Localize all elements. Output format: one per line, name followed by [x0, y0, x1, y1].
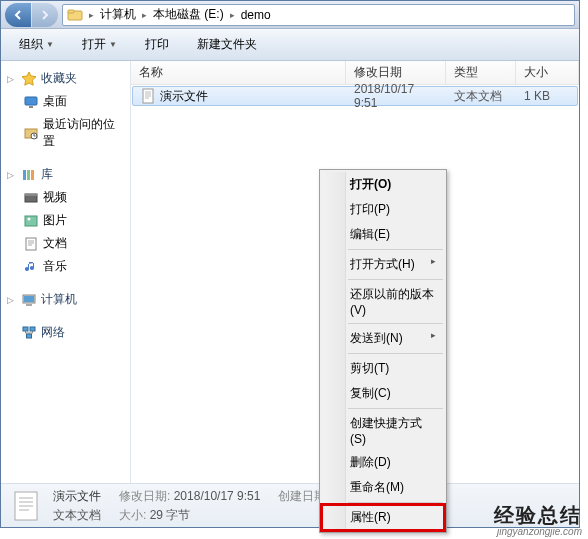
library-icon	[21, 167, 37, 183]
music-icon	[23, 259, 39, 275]
svg-rect-7	[27, 170, 30, 180]
svg-rect-13	[26, 238, 36, 250]
open-button[interactable]: 打开▼	[72, 32, 127, 57]
print-button[interactable]: 打印	[135, 32, 179, 57]
address-bar[interactable]: ▸ 计算机 ▸ 本地磁盘 (E:) ▸ demo	[62, 4, 575, 26]
svg-rect-18	[30, 327, 35, 331]
titlebar: ▸ 计算机 ▸ 本地磁盘 (E:) ▸ demo	[1, 1, 579, 29]
ctx-openwith[interactable]: 打开方式(H)▸	[322, 252, 444, 277]
text-file-icon	[140, 88, 156, 104]
ctx-shortcut[interactable]: 创建快捷方式(S)	[322, 411, 444, 450]
chevron-down-icon: ▼	[109, 40, 117, 49]
status-filename: 演示文件	[53, 488, 101, 505]
document-icon	[23, 236, 39, 252]
sidebar-item-music[interactable]: 音乐	[1, 255, 130, 278]
chevron-down-icon: ▼	[46, 40, 54, 49]
column-type[interactable]: 类型	[446, 61, 516, 84]
sidebar-item-recent[interactable]: 最近访问的位置	[1, 113, 130, 153]
sidebar-item-documents[interactable]: 文档	[1, 232, 130, 255]
file-row[interactable]: 演示文件 2018/10/17 9:51 文本文档 1 KB	[132, 86, 578, 106]
sidebar-computer[interactable]: ▷计算机	[1, 288, 130, 311]
picture-icon	[23, 213, 39, 229]
file-list: 名称 修改日期 类型 大小 演示文件 2018/10/17 9:51 文本文档 …	[131, 61, 579, 483]
star-icon	[21, 71, 37, 87]
new-folder-button[interactable]: 新建文件夹	[187, 32, 267, 57]
text-file-icon	[9, 489, 43, 523]
breadcrumb-folder[interactable]: demo	[237, 5, 275, 25]
chevron-right-icon[interactable]: ▸	[87, 5, 96, 25]
toolbar: 组织▼ 打开▼ 打印 新建文件夹	[1, 29, 579, 61]
sidebar: ▷收藏夹 桌面 最近访问的位置 ▷库 视频 图片 文档 音乐 ▷计算机 网络	[1, 61, 131, 483]
desktop-icon	[23, 94, 39, 110]
sidebar-libraries[interactable]: ▷库	[1, 163, 130, 186]
ctx-edit[interactable]: 编辑(E)	[322, 222, 444, 247]
breadcrumb-drive[interactable]: 本地磁盘 (E:)	[149, 5, 228, 25]
back-button[interactable]	[5, 3, 31, 27]
sidebar-item-desktop[interactable]: 桌面	[1, 90, 130, 113]
ctx-properties[interactable]: 属性(R)	[322, 505, 444, 530]
sidebar-favorites[interactable]: ▷收藏夹	[1, 67, 130, 90]
svg-rect-11	[25, 216, 37, 226]
computer-icon	[21, 292, 37, 308]
svg-rect-19	[27, 334, 32, 338]
chevron-right-icon: ▸	[431, 256, 436, 266]
breadcrumb-computer[interactable]: 计算机	[96, 5, 140, 25]
ctx-copy[interactable]: 复制(C)	[322, 381, 444, 406]
chevron-right-icon[interactable]: ▸	[228, 5, 237, 25]
organize-button[interactable]: 组织▼	[9, 32, 64, 57]
video-icon	[23, 190, 39, 206]
svg-point-12	[28, 217, 31, 220]
ctx-sendto[interactable]: 发送到(N)▸	[322, 326, 444, 351]
forward-button[interactable]	[32, 3, 58, 27]
svg-rect-2	[25, 97, 37, 105]
column-size[interactable]: 大小	[516, 61, 579, 84]
column-date[interactable]: 修改日期	[346, 61, 446, 84]
svg-rect-10	[25, 194, 37, 196]
column-name[interactable]: 名称	[131, 61, 346, 84]
explorer-window: ▸ 计算机 ▸ 本地磁盘 (E:) ▸ demo 组织▼ 打开▼ 打印 新建文件…	[0, 0, 580, 528]
svg-rect-16	[26, 304, 32, 306]
ctx-separator	[348, 408, 443, 409]
status-bar: 演示文件 修改日期: 2018/10/17 9:51 创建日期: 2018/10…	[1, 483, 579, 527]
sidebar-item-videos[interactable]: 视频	[1, 186, 130, 209]
folder-icon	[67, 7, 83, 23]
chevron-right-icon: ▸	[431, 330, 436, 340]
ctx-separator	[348, 353, 443, 354]
ctx-cut[interactable]: 剪切(T)	[322, 356, 444, 381]
network-icon	[21, 325, 37, 341]
ctx-separator	[348, 323, 443, 324]
ctx-delete[interactable]: 删除(D)	[322, 450, 444, 475]
ctx-open[interactable]: 打开(O)	[322, 172, 444, 197]
ctx-rename[interactable]: 重命名(M)	[322, 475, 444, 500]
sidebar-network[interactable]: 网络	[1, 321, 130, 344]
svg-rect-1	[68, 10, 74, 13]
svg-rect-3	[29, 106, 33, 108]
ctx-separator	[348, 279, 443, 280]
recent-icon	[23, 125, 39, 141]
svg-rect-8	[31, 170, 34, 180]
context-menu: 打开(O) 打印(P) 编辑(E) 打开方式(H)▸ 还原以前的版本(V) 发送…	[319, 169, 447, 533]
chevron-right-icon[interactable]: ▸	[140, 5, 149, 25]
body: ▷收藏夹 桌面 最近访问的位置 ▷库 视频 图片 文档 音乐 ▷计算机 网络 名…	[1, 61, 579, 483]
ctx-restore[interactable]: 还原以前的版本(V)	[322, 282, 444, 321]
ctx-separator	[348, 502, 443, 503]
svg-rect-6	[23, 170, 26, 180]
ctx-print[interactable]: 打印(P)	[322, 197, 444, 222]
ctx-separator	[348, 249, 443, 250]
status-filetype: 文本文档	[53, 507, 101, 524]
sidebar-item-pictures[interactable]: 图片	[1, 209, 130, 232]
watermark: 经验总结 jingyanzongjie.com	[494, 504, 582, 537]
svg-rect-17	[23, 327, 28, 331]
svg-rect-15	[24, 296, 34, 302]
